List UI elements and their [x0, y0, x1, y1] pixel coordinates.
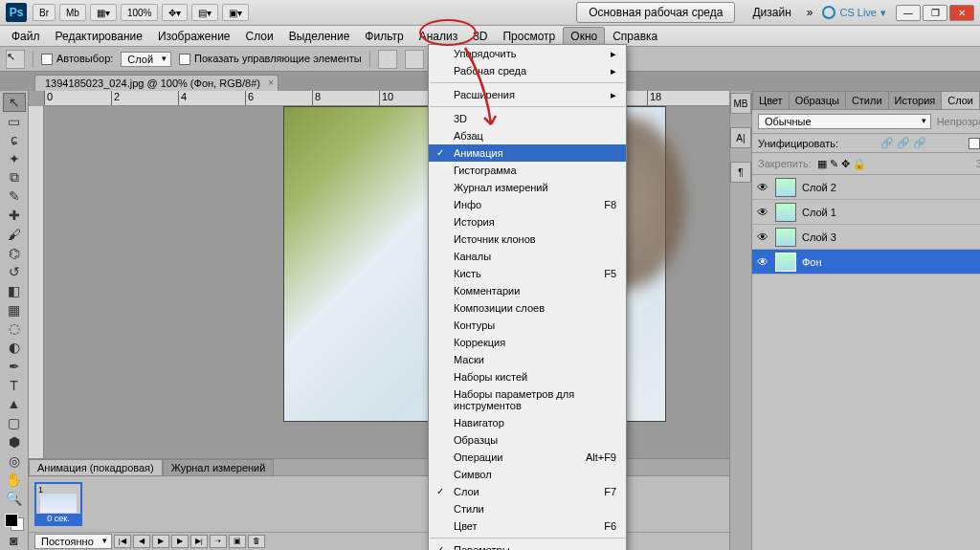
align-icon[interactable]	[378, 50, 397, 69]
dd-3d[interactable]: 3D	[429, 110, 626, 127]
arrange-docs-button[interactable]: ▤▾	[191, 4, 218, 21]
tab-styles[interactable]: Стили	[845, 91, 889, 109]
menu-help[interactable]: Справка	[605, 27, 665, 46]
dd-animation[interactable]: ✓Анимация	[429, 144, 626, 162]
dd-color[interactable]: ЦветF6	[429, 517, 626, 535]
menu-image[interactable]: Изображение	[150, 27, 238, 46]
healing-tool[interactable]: ✚	[3, 206, 26, 225]
visibility-icon[interactable]: 👁	[756, 181, 769, 194]
layer-row[interactable]: 👁Фон🔒	[752, 250, 980, 275]
play-button[interactable]: ▶	[152, 535, 169, 548]
cs-live-button[interactable]: CS Live▾	[822, 6, 886, 19]
dd-layers[interactable]: ✓СлоиF7	[429, 483, 626, 500]
pen-tool[interactable]: ✒	[3, 357, 26, 376]
dd-adjustments[interactable]: Коррекция	[429, 334, 626, 351]
delete-frame-button[interactable]: 🗑	[248, 535, 265, 548]
menu-view[interactable]: Просмотр	[495, 27, 563, 46]
show-transform-controls-checkbox[interactable]	[179, 54, 190, 65]
lasso-tool[interactable]: ɕ	[3, 130, 26, 149]
bridge-button[interactable]: Br	[33, 4, 56, 21]
eyedropper-tool[interactable]: ✎	[3, 187, 26, 207]
menu-file[interactable]: Файл	[4, 27, 48, 46]
menu-window[interactable]: Окно	[563, 27, 605, 46]
dd-histogram[interactable]: Гистограмма	[429, 162, 626, 179]
dodge-tool[interactable]: ◐	[3, 338, 26, 357]
next-frame-button[interactable]: ▶	[171, 535, 189, 548]
layer-row[interactable]: 👁Слой 1	[752, 200, 980, 225]
design-workspace[interactable]: Дизайн	[743, 3, 800, 22]
menu-filter[interactable]: Фильтр	[357, 27, 411, 46]
dd-brushes[interactable]: Наборы кистей	[429, 368, 626, 385]
crop-tool[interactable]: ⧉	[3, 168, 26, 187]
gradient-tool[interactable]: ▦	[3, 300, 26, 319]
last-frame-button[interactable]: ▶|	[190, 535, 208, 548]
document-tab[interactable]: 1394185023_024.jpg @ 100% (Фон, RGB/8#)×	[34, 75, 278, 91]
unify-icons[interactable]: 🔗 🔗 🔗	[880, 137, 926, 149]
dd-swatches[interactable]: Образцы	[429, 431, 626, 449]
animation-frame[interactable]: 1 0 сек.	[34, 482, 82, 526]
new-frame-button[interactable]: ▣	[229, 535, 246, 548]
blend-mode-select[interactable]: Обычные	[758, 114, 931, 129]
align-icon-2[interactable]	[405, 50, 424, 69]
visibility-icon[interactable]: 👁	[756, 231, 769, 244]
dd-extensions[interactable]: Расширения▸	[429, 86, 626, 103]
dd-workspace[interactable]: Рабочая среда▸	[429, 62, 626, 79]
visibility-icon[interactable]: 👁	[756, 206, 769, 219]
more-workspaces[interactable]: »	[807, 6, 813, 19]
dd-channels[interactable]: Каналы	[429, 248, 626, 265]
stamp-tool[interactable]: ⌬	[3, 244, 26, 263]
menu-layers[interactable]: Слои	[238, 27, 281, 46]
minimize-button[interactable]: —	[896, 5, 921, 21]
dd-info[interactable]: ИнфоF8	[429, 196, 626, 213]
frame-duration[interactable]: 0 сек.	[36, 514, 80, 524]
wand-tool[interactable]: ✦	[3, 149, 26, 168]
tab-swatches[interactable]: Образцы	[789, 91, 846, 109]
dd-character[interactable]: Символ	[429, 466, 626, 483]
dd-measure-log[interactable]: Журнал измерений	[429, 179, 626, 196]
zoom-level[interactable]: 100%	[121, 4, 159, 21]
menu-edit[interactable]: Редактирование	[48, 27, 150, 46]
tab-measure-log[interactable]: Журнал измерений	[163, 459, 275, 475]
layer-row[interactable]: 👁Слой 2	[752, 175, 980, 200]
minibridge-icon[interactable]: MB	[730, 93, 751, 114]
propagate-checkbox[interactable]	[969, 138, 980, 149]
shape-tool[interactable]: ▢	[3, 413, 26, 432]
loop-select[interactable]: Постоянно	[34, 534, 112, 549]
type-tool[interactable]: T	[3, 376, 26, 395]
close-tab-icon[interactable]: ×	[268, 77, 274, 88]
zoom-tool[interactable]: 🔍	[3, 489, 26, 508]
tab-layers[interactable]: Слои	[941, 91, 980, 109]
3d-tool[interactable]: ⬢	[3, 432, 26, 451]
dd-tool-presets[interactable]: Наборы параметров для инструментов	[429, 385, 626, 414]
menu-analysis[interactable]: Анализ	[412, 27, 466, 46]
window-close-button[interactable]: ✕	[949, 5, 974, 21]
brush-tool[interactable]: 🖌	[3, 225, 26, 244]
lock-icons[interactable]: ▦ ✎ ✥ 🔒	[817, 158, 866, 170]
history-brush-tool[interactable]: ↺	[3, 262, 26, 281]
eraser-tool[interactable]: ◧	[3, 281, 26, 300]
tab-animation[interactable]: Анимация (покадровая)	[29, 459, 163, 475]
layer-row[interactable]: 👁Слой 3	[752, 225, 980, 250]
dd-actions[interactable]: ОперацииAlt+F9	[429, 449, 626, 466]
menu-select[interactable]: Выделение	[281, 27, 358, 46]
dd-options[interactable]: ✓Параметры	[429, 541, 626, 550]
tab-history[interactable]: История	[888, 91, 943, 109]
paragraph-panel-icon[interactable]: ¶	[730, 162, 751, 183]
prev-frame-button[interactable]: ◀	[133, 535, 150, 548]
dd-brush[interactable]: КистьF5	[429, 265, 626, 282]
dd-layer-comps[interactable]: Композиции слоев	[429, 299, 626, 317]
dd-arrange[interactable]: Упорядочить▸	[429, 45, 626, 62]
quick-mask-button[interactable]: ◙	[3, 531, 26, 550]
minibridge-button[interactable]: Mb	[59, 4, 86, 21]
dd-navigator[interactable]: Навигатор	[429, 414, 626, 431]
tab-color[interactable]: Цвет	[752, 91, 790, 109]
auto-select-type[interactable]: Слой	[121, 52, 171, 67]
maximize-button[interactable]: ❐	[923, 5, 947, 21]
hand-tool[interactable]: ✋	[3, 470, 26, 489]
dd-styles[interactable]: Стили	[429, 500, 626, 517]
dd-paths[interactable]: Контуры	[429, 317, 626, 334]
marquee-tool[interactable]: ▭	[3, 112, 26, 131]
screen-mode-button[interactable]: ▣▾	[222, 4, 249, 21]
dd-paragraph[interactable]: Абзац	[429, 127, 626, 144]
view-extras-button[interactable]: ▦▾	[90, 4, 117, 21]
